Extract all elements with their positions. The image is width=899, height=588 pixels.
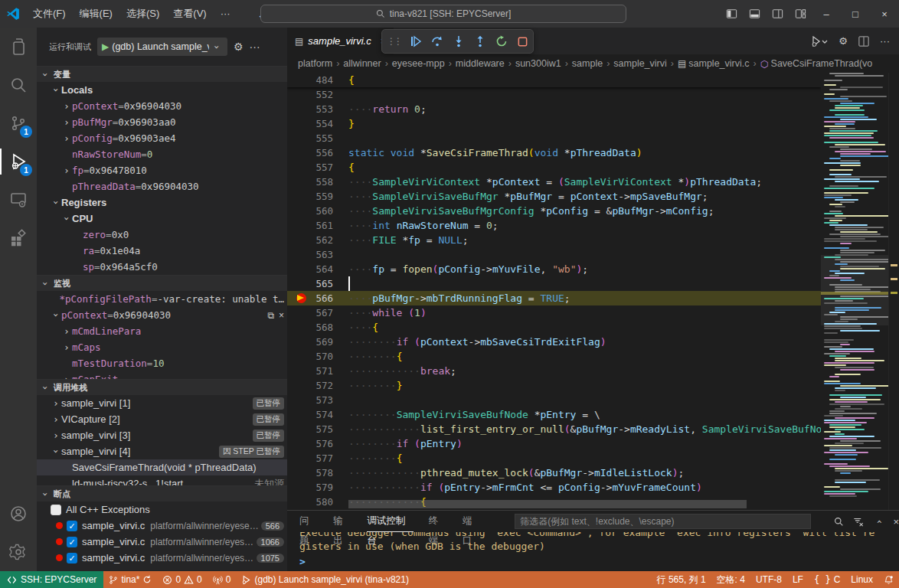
section-call-stack-row[interactable]: ›sample_virvi [3]已暂停: [37, 427, 287, 443]
breakpoint-checkbox[interactable]: [51, 505, 61, 515]
minimize-button[interactable]: –: [812, 0, 841, 28]
gutter[interactable]: 575: [287, 422, 348, 436]
section-variables-row[interactable]: ›pBufMgr = 0x96903aa0: [37, 114, 287, 130]
section-call-stack-header[interactable]: ›调用堆栈: [37, 379, 287, 395]
section-watch-row[interactable]: *pConfigFilePath = -var-create: unable t…: [37, 291, 287, 307]
menu-[interactable]: ···: [214, 4, 237, 24]
gutter[interactable]: 568: [287, 320, 348, 335]
gutter[interactable]: 571: [287, 364, 348, 378]
section-variables-row[interactable]: ›Registers: [37, 194, 287, 211]
panel-tab-问题[interactable]: 问题: [299, 511, 318, 532]
gutter[interactable]: 572: [287, 378, 348, 393]
code-line[interactable]: 560····SampleVirviSaveBufMgrConfig *pCon…: [287, 204, 821, 218]
code-line[interactable]: 554}: [287, 116, 821, 131]
split-editor-icon[interactable]: [858, 36, 869, 47]
activity-item-explorer[interactable]: [0, 28, 37, 66]
section-watch-row[interactable]: mTestDuration = 10: [37, 355, 287, 371]
breadcrumb-item[interactable]: eyesee-mpp: [392, 58, 445, 69]
menu-E[interactable]: 编辑(E): [73, 4, 119, 24]
menu-V[interactable]: 查看(V): [166, 4, 213, 24]
activity-item-remote-explorer[interactable]: [0, 181, 37, 219]
problems-status[interactable]: 0 0: [157, 571, 207, 588]
activity-item-search[interactable]: [0, 66, 37, 104]
close-panel-icon[interactable]: ×: [893, 516, 899, 528]
gutter[interactable]: 567: [287, 305, 348, 320]
editor-more-actions-icon[interactable]: ···: [880, 35, 890, 47]
launch-config-dropdown[interactable]: ▶ (gdb) Launch sample_v ›: [97, 38, 227, 56]
breadcrumb-item[interactable]: sun300iw1: [515, 58, 561, 69]
indentation-status[interactable]: 空格: 4: [711, 571, 750, 588]
breakpoint-checkbox[interactable]: ✓: [67, 553, 77, 564]
activity-item-settings[interactable]: [0, 533, 37, 571]
remove-watch-icon[interactable]: ×: [279, 310, 284, 321]
breadcrumb-item[interactable]: sample_virvi.c: [688, 58, 749, 69]
breadcrumb-item[interactable]: middleware: [456, 58, 505, 69]
horizontal-scrollbar[interactable]: [348, 500, 747, 508]
gutter[interactable]: 563: [287, 247, 348, 262]
section-breakpoints-row[interactable]: ✓sample_virvi.cplatform/allwinner/eyese.…: [37, 550, 287, 566]
console-prompt[interactable]: >: [299, 555, 899, 569]
activity-item-account[interactable]: [0, 495, 37, 533]
toolbar-drag-handle[interactable]: ⋮⋮: [387, 36, 400, 47]
section-variables-row[interactable]: ›fp = 0x96478010: [37, 162, 287, 178]
code-line[interactable]: 579············if (pEntry->mFrmCnt <= pC…: [287, 480, 821, 495]
editor-gear-icon[interactable]: ⚙: [839, 35, 848, 47]
gutter[interactable]: 564: [287, 262, 348, 276]
code-editor[interactable]: 484{552553····return 0;554}555556static …: [287, 73, 821, 510]
notifications-bell[interactable]: [878, 571, 899, 588]
gutter[interactable]: 560: [287, 204, 348, 218]
clear-console-icon[interactable]: [853, 517, 864, 527]
gutter[interactable]: 554: [287, 116, 348, 131]
toggle-secondary-sidebar-icon[interactable]: [766, 0, 789, 28]
restart-button[interactable]: [495, 35, 508, 47]
code-line[interactable]: 559····SampleVirviSaveBufMgr *pBufMgr = …: [287, 189, 821, 204]
remote-indicator[interactable]: SSH: EPYCServer: [0, 571, 103, 588]
overview-ruler[interactable]: [888, 73, 899, 510]
gutter[interactable]: 574: [287, 407, 348, 422]
panel-tab-端口[interactable]: 端口: [463, 511, 481, 532]
section-watch-header[interactable]: ›监视: [37, 275, 287, 291]
os-status[interactable]: Linux: [845, 571, 878, 588]
maximize-button[interactable]: □: [841, 0, 870, 28]
gutter[interactable]: 555: [287, 131, 348, 145]
code-line[interactable]: 566····pBufMgr->mbTrdRunningFlag = TRUE;: [287, 291, 821, 305]
gutter[interactable]: 579: [287, 480, 348, 495]
breakpoint-checkbox[interactable]: ✓: [67, 521, 77, 531]
code-line[interactable]: 555: [287, 131, 821, 145]
gutter[interactable]: 566: [287, 291, 348, 305]
start-debug-icon[interactable]: ▶: [102, 41, 109, 52]
section-breakpoints-header[interactable]: ›断点: [37, 485, 287, 501]
code-line[interactable]: 572········}: [287, 378, 821, 393]
section-watch-row[interactable]: ›mCapExit: [37, 371, 287, 379]
debug-session-status[interactable]: (gdb) Launch sample_virvi (tina-v821): [236, 571, 414, 588]
code-line[interactable]: 577········{: [287, 451, 821, 466]
stop-button[interactable]: [517, 36, 528, 47]
section-breakpoints-row[interactable]: ✓sample_virvi.cplatform/allwinner/eyese.…: [37, 534, 287, 550]
code-line[interactable]: 556static void *SaveCsiFrameThrad(void *…: [287, 145, 821, 160]
maximize-panel-icon[interactable]: ›: [873, 516, 884, 527]
gutter[interactable]: 558: [287, 175, 348, 189]
minimap-slider[interactable]: [821, 255, 888, 325]
code-line[interactable]: 552: [287, 87, 821, 102]
code-line[interactable]: 574········SampleVirviSaveBufNode *pEntr…: [287, 407, 821, 422]
encoding-status[interactable]: UTF-8: [750, 571, 787, 588]
cursor-position-status[interactable]: 行 565, 列 1: [652, 571, 711, 588]
section-variables-row[interactable]: ›pContext = 0x96904030: [37, 98, 287, 114]
branch-status[interactable]: tina*: [103, 571, 157, 588]
code-line[interactable]: 576········if (pEntry): [287, 436, 821, 451]
close-button[interactable]: ×: [870, 0, 899, 28]
activity-item-run-and-debug[interactable]: 1: [0, 142, 37, 181]
section-breakpoints-row[interactable]: All C++ Exceptions: [37, 501, 287, 518]
section-variables-row[interactable]: nRawStoreNum = 0: [37, 146, 287, 162]
gutter[interactable]: 576: [287, 436, 348, 451]
code-line[interactable]: 575············list_first_entry_or_null(…: [287, 422, 821, 436]
minimap[interactable]: [821, 73, 888, 510]
gutter[interactable]: 570: [287, 349, 348, 364]
eol-status[interactable]: LF: [787, 571, 809, 588]
code-line[interactable]: 567····while (1): [287, 305, 821, 320]
section-watch-row[interactable]: ›mCmdLinePara: [37, 323, 287, 339]
toggle-panel-icon[interactable]: [743, 0, 766, 28]
code-line[interactable]: 558····SampleVirViContext *pContext = (S…: [287, 175, 821, 189]
section-call-stack-row[interactable]: SaveCsiFrameThrad(void * pThreadData): [37, 459, 287, 475]
gutter[interactable]: 580: [287, 495, 348, 509]
